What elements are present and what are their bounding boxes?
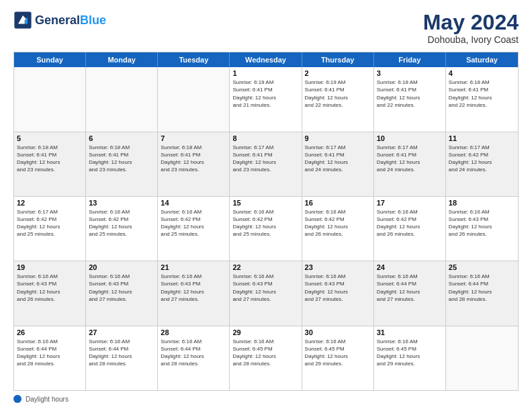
day-info: Sunrise: 6:16 AMSunset: 6:42 PMDaylight:… — [89, 208, 154, 238]
day-number: 5 — [17, 134, 83, 142]
day-info: Sunrise: 6:16 AMSunset: 6:42 PMDaylight:… — [377, 208, 443, 238]
day-cell-15: 15Sunrise: 6:16 AMSunset: 6:42 PMDayligh… — [230, 197, 302, 261]
day-cell-29: 29Sunrise: 6:16 AMSunset: 6:45 PMDayligh… — [230, 326, 302, 390]
footer-label: Daylight hours — [26, 396, 69, 403]
calendar: SundayMondayTuesdayWednesdayThursdayFrid… — [13, 52, 519, 391]
day-number: 26 — [17, 328, 83, 336]
day-info: Sunrise: 6:16 AMSunset: 6:43 PMDaylight:… — [17, 273, 83, 303]
day-info: Sunrise: 6:16 AMSunset: 6:43 PMDaylight:… — [305, 273, 371, 303]
day-cell-10: 10Sunrise: 6:17 AMSunset: 6:41 PMDayligh… — [374, 132, 446, 196]
day-info: Sunrise: 6:19 AMSunset: 6:41 PMDaylight:… — [305, 79, 371, 109]
day-cell-3: 3Sunrise: 6:18 AMSunset: 6:41 PMDaylight… — [374, 67, 446, 131]
day-number: 16 — [305, 199, 371, 207]
header-cell-monday: Monday — [86, 52, 158, 67]
calendar-week-2: 5Sunrise: 6:18 AMSunset: 6:41 PMDaylight… — [14, 132, 518, 197]
day-number: 12 — [17, 199, 83, 207]
day-cell-12: 12Sunrise: 6:17 AMSunset: 6:42 PMDayligh… — [14, 197, 86, 261]
day-info: Sunrise: 6:16 AMSunset: 6:43 PMDaylight:… — [449, 208, 515, 238]
day-number: 19 — [17, 263, 83, 271]
day-info: Sunrise: 6:16 AMSunset: 6:44 PMDaylight:… — [161, 338, 226, 368]
month-title: May 2024 — [423, 11, 519, 34]
day-cell-4: 4Sunrise: 6:18 AMSunset: 6:41 PMDaylight… — [446, 67, 518, 131]
calendar-week-4: 19Sunrise: 6:16 AMSunset: 6:43 PMDayligh… — [14, 261, 518, 326]
day-number: 11 — [449, 134, 515, 142]
day-number: 29 — [232, 328, 298, 336]
day-cell-21: 21Sunrise: 6:16 AMSunset: 6:43 PMDayligh… — [158, 261, 230, 325]
day-number: 30 — [305, 328, 371, 336]
day-info: Sunrise: 6:17 AMSunset: 6:42 PMDaylight:… — [449, 144, 515, 174]
day-number: 14 — [161, 199, 226, 207]
day-cell-24: 24Sunrise: 6:16 AMSunset: 6:44 PMDayligh… — [374, 261, 446, 325]
day-number: 22 — [232, 263, 298, 271]
logo-text: GeneralBlue — [35, 14, 106, 26]
day-info: Sunrise: 6:18 AMSunset: 6:41 PMDaylight:… — [449, 79, 515, 109]
page: GeneralBlue May 2024 Dohouba, Ivory Coas… — [0, 0, 532, 411]
day-cell-7: 7Sunrise: 6:18 AMSunset: 6:41 PMDaylight… — [158, 132, 230, 196]
day-cell-19: 19Sunrise: 6:16 AMSunset: 6:43 PMDayligh… — [14, 261, 86, 325]
day-number: 28 — [161, 328, 226, 336]
day-info: Sunrise: 6:16 AMSunset: 6:43 PMDaylight:… — [161, 273, 226, 303]
day-number: 10 — [377, 134, 443, 142]
header-cell-saturday: Saturday — [446, 52, 518, 67]
header-cell-tuesday: Tuesday — [158, 52, 230, 67]
day-number: 23 — [305, 263, 371, 271]
calendar-week-3: 12Sunrise: 6:17 AMSunset: 6:42 PMDayligh… — [14, 197, 518, 261]
day-info: Sunrise: 6:16 AMSunset: 6:44 PMDaylight:… — [377, 273, 443, 303]
header-cell-friday: Friday — [374, 52, 446, 67]
day-info: Sunrise: 6:19 AMSunset: 6:41 PMDaylight:… — [232, 79, 298, 109]
empty-cell — [86, 67, 158, 131]
day-cell-17: 17Sunrise: 6:16 AMSunset: 6:42 PMDayligh… — [374, 197, 446, 261]
day-info: Sunrise: 6:16 AMSunset: 6:44 PMDaylight:… — [449, 273, 515, 303]
day-number: 8 — [232, 134, 298, 142]
day-number: 31 — [377, 328, 443, 336]
day-cell-31: 31Sunrise: 6:16 AMSunset: 6:45 PMDayligh… — [374, 326, 446, 390]
day-cell-28: 28Sunrise: 6:16 AMSunset: 6:44 PMDayligh… — [158, 326, 230, 390]
empty-cell — [446, 326, 518, 390]
day-cell-8: 8Sunrise: 6:17 AMSunset: 6:41 PMDaylight… — [230, 132, 302, 196]
day-number: 6 — [89, 134, 154, 142]
day-info: Sunrise: 6:18 AMSunset: 6:41 PMDaylight:… — [161, 144, 226, 174]
calendar-week-5: 26Sunrise: 6:16 AMSunset: 6:44 PMDayligh… — [14, 326, 518, 390]
day-number: 17 — [377, 199, 443, 207]
day-number: 13 — [89, 199, 154, 207]
day-cell-13: 13Sunrise: 6:16 AMSunset: 6:42 PMDayligh… — [86, 197, 158, 261]
day-info: Sunrise: 6:16 AMSunset: 6:43 PMDaylight:… — [89, 273, 154, 303]
day-info: Sunrise: 6:16 AMSunset: 6:45 PMDaylight:… — [232, 338, 298, 368]
logo-icon — [13, 11, 32, 30]
day-info: Sunrise: 6:17 AMSunset: 6:41 PMDaylight:… — [232, 144, 298, 174]
day-number: 2 — [305, 69, 371, 77]
calendar-body: 1Sunrise: 6:19 AMSunset: 6:41 PMDaylight… — [14, 67, 518, 390]
day-info: Sunrise: 6:16 AMSunset: 6:45 PMDaylight:… — [305, 338, 371, 368]
day-cell-26: 26Sunrise: 6:16 AMSunset: 6:44 PMDayligh… — [14, 326, 86, 390]
title-block: May 2024 Dohouba, Ivory Coast — [423, 11, 519, 45]
day-number: 3 — [377, 69, 443, 77]
day-number: 18 — [449, 199, 515, 207]
header: GeneralBlue May 2024 Dohouba, Ivory Coas… — [13, 11, 519, 45]
daylight-icon — [13, 395, 21, 403]
day-number: 25 — [449, 263, 515, 271]
day-cell-27: 27Sunrise: 6:16 AMSunset: 6:44 PMDayligh… — [86, 326, 158, 390]
header-cell-sunday: Sunday — [14, 52, 86, 67]
calendar-week-1: 1Sunrise: 6:19 AMSunset: 6:41 PMDaylight… — [14, 67, 518, 132]
day-number: 9 — [305, 134, 371, 142]
day-cell-6: 6Sunrise: 6:18 AMSunset: 6:41 PMDaylight… — [86, 132, 158, 196]
day-info: Sunrise: 6:16 AMSunset: 6:42 PMDaylight:… — [232, 208, 298, 238]
day-cell-11: 11Sunrise: 6:17 AMSunset: 6:42 PMDayligh… — [446, 132, 518, 196]
logo: GeneralBlue — [13, 11, 106, 30]
day-cell-1: 1Sunrise: 6:19 AMSunset: 6:41 PMDaylight… — [230, 67, 302, 131]
day-info: Sunrise: 6:17 AMSunset: 6:41 PMDaylight:… — [377, 144, 443, 174]
day-cell-2: 2Sunrise: 6:19 AMSunset: 6:41 PMDaylight… — [302, 67, 374, 131]
day-cell-16: 16Sunrise: 6:16 AMSunset: 6:42 PMDayligh… — [302, 197, 374, 261]
empty-cell — [14, 67, 86, 131]
day-info: Sunrise: 6:18 AMSunset: 6:41 PMDaylight:… — [89, 144, 154, 174]
day-number: 27 — [89, 328, 154, 336]
day-cell-23: 23Sunrise: 6:16 AMSunset: 6:43 PMDayligh… — [302, 261, 374, 325]
day-number: 21 — [161, 263, 226, 271]
empty-cell — [158, 67, 230, 131]
header-cell-thursday: Thursday — [302, 52, 374, 67]
day-info: Sunrise: 6:16 AMSunset: 6:44 PMDaylight:… — [17, 338, 83, 368]
day-cell-18: 18Sunrise: 6:16 AMSunset: 6:43 PMDayligh… — [446, 197, 518, 261]
day-info: Sunrise: 6:16 AMSunset: 6:42 PMDaylight:… — [305, 208, 371, 238]
day-info: Sunrise: 6:18 AMSunset: 6:41 PMDaylight:… — [377, 79, 443, 109]
day-info: Sunrise: 6:18 AMSunset: 6:41 PMDaylight:… — [17, 144, 83, 174]
